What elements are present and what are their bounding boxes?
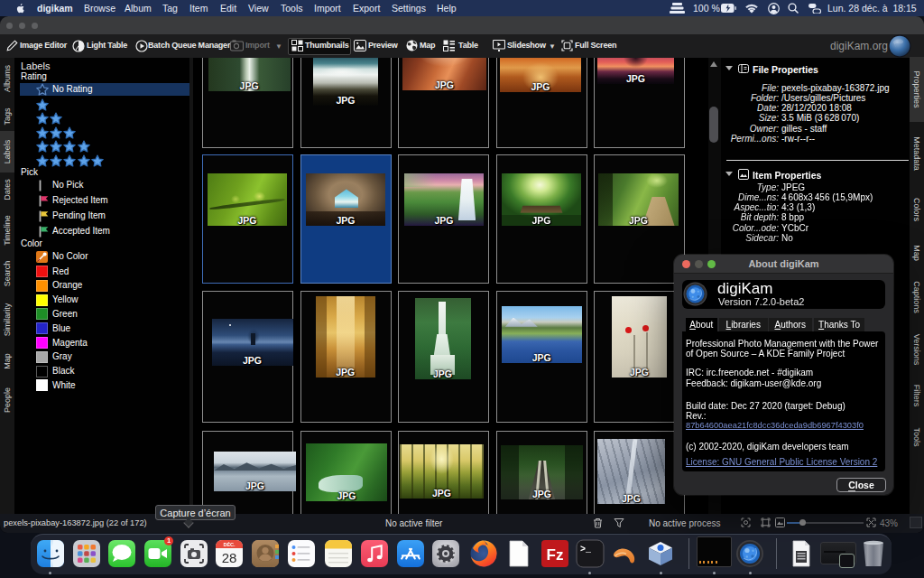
svg-text:DÉC.: DÉC.: [223, 541, 236, 547]
svg-text:28: 28: [221, 550, 236, 565]
svg-text:Fz: Fz: [546, 546, 563, 564]
svg-text:>_: >_: [580, 545, 592, 555]
